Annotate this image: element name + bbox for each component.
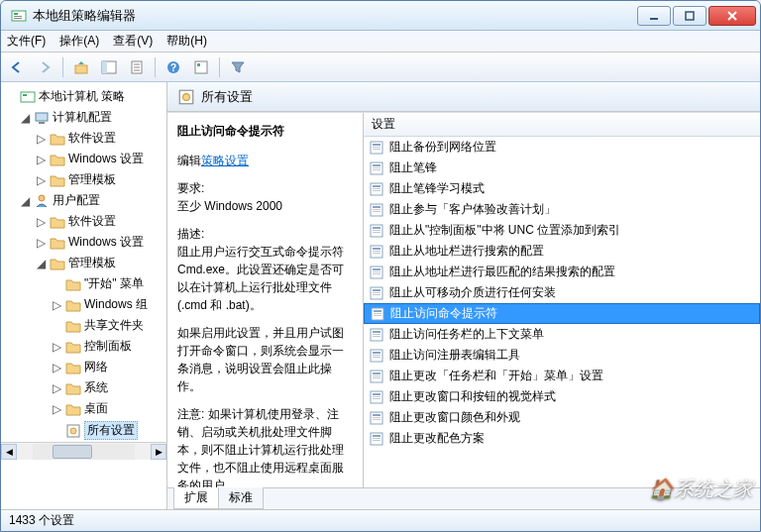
- svg-rect-68: [373, 372, 380, 374]
- svg-rect-77: [373, 417, 380, 418]
- back-button[interactable]: [5, 55, 29, 79]
- help-button[interactable]: ?: [162, 55, 185, 79]
- svg-rect-41: [373, 230, 380, 231]
- filter-button[interactable]: [226, 55, 250, 79]
- svg-rect-76: [373, 414, 380, 416]
- edit-policy-link[interactable]: 策略设置: [201, 154, 249, 167]
- list-item-label: 阻止备份到网络位置: [389, 139, 496, 156]
- window-title: 本地组策略编辑器: [33, 7, 635, 25]
- tree-computer-config[interactable]: ◢计算机配置: [1, 107, 166, 128]
- tree-shared-folders[interactable]: 共享文件夹: [1, 315, 166, 336]
- list-row[interactable]: 阻止参与「客户体验改善计划」: [364, 199, 760, 220]
- scroll-left-icon[interactable]: ◀: [1, 444, 17, 460]
- content-area: 本地计算机 策略 ◢计算机配置 ▷软件设置 ▷Windows 设置 ▷管理模板 …: [1, 82, 760, 509]
- minimize-icon: [649, 11, 659, 21]
- user-icon: [34, 193, 50, 209]
- tree-windows-components[interactable]: ▷Windows 组: [1, 294, 166, 315]
- help-icon: ?: [165, 59, 181, 75]
- req-value: 至少 Windows 2000: [177, 199, 282, 213]
- list-row[interactable]: 阻止访问注册表编辑工具: [364, 345, 760, 366]
- folder-icon: [50, 131, 65, 147]
- menu-file[interactable]: 文件(F): [7, 33, 46, 50]
- tree-admin-templates-2[interactable]: ◢管理模板: [1, 253, 166, 273]
- tree-panel[interactable]: 本地计算机 策略 ◢计算机配置 ▷软件设置 ▷Windows 设置 ▷管理模板 …: [1, 82, 167, 509]
- list-item-label: 阻止访问注册表编辑工具: [389, 347, 520, 364]
- svg-rect-8: [102, 61, 107, 73]
- list-row[interactable]: 阻止从地址栏进行搜索的配置: [364, 241, 760, 262]
- svg-rect-42: [373, 232, 380, 233]
- list-row[interactable]: 阻止访问命令提示符: [364, 303, 760, 324]
- list-item-label: 阻止访问命令提示符: [390, 305, 497, 322]
- list-row[interactable]: 阻止更改配色方案: [364, 428, 760, 449]
- tree-system[interactable]: ▷系统: [1, 377, 166, 398]
- properties-button[interactable]: [189, 55, 213, 79]
- folder-icon: [65, 360, 81, 375]
- statusbar: 1433 个设置: [1, 509, 760, 531]
- up-button[interactable]: [69, 55, 93, 79]
- tree-user-config[interactable]: ◢用户配置: [1, 190, 166, 211]
- forward-button[interactable]: [33, 55, 56, 79]
- list-row[interactable]: 阻止笔锋学习模式: [364, 178, 760, 199]
- settings-icon: [65, 423, 81, 439]
- list-item-label: 阻止更改配色方案: [389, 430, 485, 447]
- tree-hscroll[interactable]: ◀▶: [1, 442, 166, 460]
- menu-action[interactable]: 操作(A): [59, 33, 99, 50]
- svg-rect-28: [373, 164, 380, 166]
- list-row[interactable]: 阻止更改窗口颜色和外观: [364, 407, 760, 428]
- list-row[interactable]: 阻止更改「任务栏和「开始」菜单」设置: [364, 366, 760, 386]
- minimize-button[interactable]: [637, 6, 671, 26]
- export-icon: [129, 59, 145, 75]
- tree-software-settings-1[interactable]: ▷软件设置: [1, 128, 166, 149]
- list-row[interactable]: 阻止访问任务栏的上下文菜单: [364, 324, 760, 345]
- scroll-thumb[interactable]: [53, 445, 92, 459]
- policy-item-icon: [370, 390, 383, 404]
- maximize-icon: [685, 11, 695, 21]
- desc-label: 描述:: [177, 227, 204, 241]
- menu-view[interactable]: 查看(V): [113, 33, 153, 50]
- list-row[interactable]: 阻止从地址栏进行最匹配的结果搜索的配置: [364, 262, 760, 282]
- show-hide-tree-button[interactable]: [97, 55, 121, 79]
- export-button[interactable]: [125, 55, 149, 79]
- svg-rect-37: [373, 209, 380, 210]
- menu-help[interactable]: 帮助(H): [166, 33, 207, 50]
- svg-rect-74: [373, 398, 380, 399]
- tree-windows-settings-2[interactable]: ▷Windows 设置: [1, 232, 166, 253]
- svg-rect-33: [373, 188, 380, 189]
- tree-control-panel[interactable]: ▷控制面板: [1, 336, 166, 357]
- svg-rect-72: [373, 393, 380, 395]
- tree-all-settings[interactable]: 所有设置: [1, 419, 166, 442]
- svg-rect-38: [373, 211, 380, 212]
- tree-software-settings-2[interactable]: ▷软件设置: [1, 211, 166, 232]
- tree-root[interactable]: 本地计算机 策略: [1, 86, 166, 107]
- tree-windows-settings-1[interactable]: ▷Windows 设置: [1, 149, 166, 169]
- svg-rect-50: [373, 273, 380, 274]
- folder-icon: [65, 318, 81, 334]
- list-row[interactable]: 阻止从"控制面板"中将 UNC 位置添加到索引: [364, 220, 760, 241]
- list-column-header[interactable]: 设置: [364, 113, 760, 137]
- close-button[interactable]: [708, 6, 756, 26]
- scroll-right-icon[interactable]: ▶: [151, 444, 166, 460]
- svg-rect-78: [373, 419, 380, 420]
- list-row[interactable]: 阻止从可移动介质进行任何安装: [364, 282, 760, 303]
- list-row[interactable]: 阻止更改窗口和按钮的视觉样式: [364, 386, 760, 407]
- right-header-title: 所有设置: [201, 88, 253, 106]
- maximize-button[interactable]: [673, 6, 707, 26]
- list-body[interactable]: 阻止备份到网络位置阻止笔锋阻止笔锋学习模式阻止参与「客户体验改善计划」阻止从"控…: [364, 137, 760, 487]
- tree-desktop[interactable]: ▷桌面: [1, 398, 166, 419]
- policy-item-icon: [370, 161, 383, 175]
- tree-admin-templates-1[interactable]: ▷管理模板: [1, 169, 166, 190]
- list-item-label: 阻止笔锋: [389, 160, 437, 176]
- svg-rect-48: [373, 268, 380, 270]
- list-row[interactable]: 阻止备份到网络位置: [364, 137, 760, 158]
- svg-point-20: [70, 428, 76, 434]
- svg-rect-44: [373, 248, 380, 250]
- settings-icon: [177, 88, 195, 106]
- tree-network[interactable]: ▷网络: [1, 357, 166, 377]
- folder-icon: [50, 152, 65, 167]
- list-row[interactable]: 阻止笔锋: [364, 158, 760, 178]
- svg-rect-16: [36, 113, 48, 121]
- tab-standard[interactable]: 标准: [218, 487, 264, 509]
- tree-start-menu[interactable]: "开始" 菜单: [1, 273, 166, 294]
- tab-extended[interactable]: 扩展: [173, 487, 219, 509]
- titlebar[interactable]: 本地组策略编辑器: [1, 1, 760, 31]
